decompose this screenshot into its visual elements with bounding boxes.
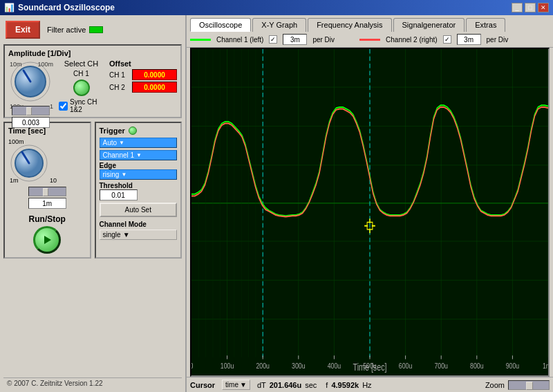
title-bar: 📊 Soundcard Oszilloscope _ □ ✕ — [0, 0, 553, 15]
threshold-input[interactable] — [100, 189, 138, 200]
right-panel: Oscilloscope X-Y Graph Frequency Analysi… — [187, 15, 553, 392]
ch2-line-indicator — [359, 39, 380, 41]
svg-text:400u: 400u — [328, 361, 341, 369]
tab-frequency-analysis[interactable]: Frequency Analysis — [308, 18, 391, 32]
maximize-button[interactable]: □ — [525, 3, 536, 12]
ch1-line-indicator — [190, 39, 211, 41]
zoom-area: Zoom — [485, 380, 550, 390]
tab-bar: Oscilloscope X-Y Graph Frequency Analysi… — [187, 15, 553, 32]
trigger-channel-dropdown[interactable]: Channel 1 ▼ — [100, 150, 178, 160]
offset-title: Offset — [109, 59, 177, 68]
oscilloscope-display[interactable]: Time [sec] 0 100u 200u 300u 400u 500u 60… — [190, 48, 550, 377]
svg-text:0: 0 — [191, 361, 194, 369]
ch2-per-div-input[interactable] — [457, 34, 481, 45]
channel-mode-arrow: ▼ — [123, 231, 130, 239]
tab-extras[interactable]: Extras — [466, 18, 505, 32]
amplitude-title: Amplitude [1/Div] — [8, 49, 177, 57]
cursor-info: dT 201.646u sec f 4.9592k Hz — [257, 381, 372, 389]
svg-marker-6 — [44, 236, 51, 244]
ch1-label: Channel 1 (left) — [216, 36, 263, 44]
time-knob-label-tl: 100m — [8, 138, 24, 145]
close-button[interactable]: ✕ — [538, 3, 549, 12]
ch2-offset-label: CH 2 — [109, 84, 129, 91]
cursor-type-dropdown[interactable]: time ▼ — [222, 380, 250, 390]
sync-ch-checkbox[interactable] — [59, 102, 68, 111]
ch1-label-small: CH 1 — [73, 70, 89, 77]
copyright: © 2007 C. Zeitnitz Version 1.22 — [3, 377, 182, 389]
channel-row: Channel 1 (left) ✓ per Div Channel 2 (ri… — [187, 32, 553, 48]
ch2-checkbox[interactable]: ✓ — [443, 35, 451, 44]
ch2-label: Channel 2 (right) — [386, 36, 437, 44]
time-knob-label-bl: 1m — [10, 177, 19, 184]
f-label: f — [326, 381, 328, 389]
trigger-header: Trigger — [100, 127, 178, 135]
trigger-panel: Trigger Auto ▼ Channel 1 ▼ Edge — [95, 122, 182, 259]
svg-text:300u: 300u — [292, 361, 306, 369]
edge-arrow: ▼ — [121, 171, 126, 178]
svg-text:200u: 200u — [256, 361, 270, 369]
trigger-mode-dropdown[interactable]: Auto ▼ — [100, 138, 178, 148]
zoom-thumb[interactable] — [526, 382, 533, 390]
knob-label-br: 1 — [50, 103, 53, 110]
auto-set-button[interactable]: Auto Set — [100, 203, 178, 217]
select-ch-area: Select CH CH 1 Sync CH 1&2 — [59, 59, 104, 113]
ch2-offset-row: CH 2 — [109, 82, 177, 93]
time-knob-area: 100m 1m 10 — [8, 137, 57, 185]
channel-mode-label: Channel Mode — [100, 221, 178, 228]
left-panel: Exit Filter active Amplitude [1/Div] 10m… — [0, 15, 187, 392]
ch1-per-div-input[interactable] — [283, 34, 307, 45]
time-slider[interactable] — [28, 187, 66, 196]
svg-text:500u: 500u — [363, 361, 377, 369]
dt-value: 201.646u — [270, 381, 301, 389]
lower-left: Time [sec] 100m 1m 10 — [3, 122, 182, 259]
trigger-mode-arrow: ▼ — [119, 140, 124, 146]
cursor-label: Cursor — [190, 381, 215, 389]
sync-checkbox[interactable]: Sync CH 1&2 — [59, 98, 104, 113]
knob-label-tl: 10m — [10, 61, 22, 68]
ch1-offset-input[interactable] — [132, 69, 177, 80]
edge-label: Edge — [100, 162, 178, 169]
tab-signalgenerator[interactable]: Signalgenerator — [393, 18, 465, 32]
svg-text:100u: 100u — [221, 361, 234, 369]
f-value: 4.9592k — [331, 381, 359, 389]
dt-unit: sec — [305, 381, 317, 389]
trigger-channel-arrow: ▼ — [136, 152, 142, 158]
amplitude-slider[interactable] — [12, 106, 50, 115]
ch2-offset-input[interactable] — [132, 82, 177, 93]
ch2-per-div-label: per Div — [487, 36, 509, 44]
ch1-led[interactable] — [73, 80, 90, 96]
window-title: Soundcard Oszilloscope — [18, 3, 115, 12]
trigger-title: Trigger — [100, 127, 125, 135]
filter-active-indicator: Filter active — [47, 26, 103, 34]
time-value-input[interactable] — [28, 198, 66, 209]
offset-section: Offset CH 1 CH 2 — [109, 59, 177, 93]
zoom-slider[interactable] — [508, 380, 550, 390]
run-stop-button[interactable] — [33, 226, 61, 254]
cursor-type-arrow: ▼ — [240, 381, 247, 389]
top-controls: Exit Filter active — [3, 19, 182, 41]
minimize-button[interactable]: _ — [512, 3, 523, 12]
bottom-bar: Cursor time ▼ dT 201.646u sec f 4.9592k … — [187, 377, 553, 392]
svg-text:900u: 900u — [506, 361, 520, 369]
amplitude-value-input[interactable] — [12, 117, 50, 128]
ch1-checkbox[interactable]: ✓ — [269, 35, 277, 44]
tab-xy-graph[interactable]: X-Y Graph — [252, 18, 306, 32]
exit-button[interactable]: Exit — [6, 21, 40, 39]
channel-mode-dropdown[interactable]: single ▼ — [100, 230, 178, 240]
oscilloscope-svg: Time [sec] 0 100u 200u 300u 400u 500u 60… — [191, 49, 548, 375]
channel-mode-area: Channel Mode single ▼ — [100, 221, 178, 240]
tab-oscilloscope[interactable]: Oscilloscope — [190, 18, 251, 32]
time-panel: Time [sec] 100m 1m 10 — [3, 122, 91, 259]
trigger-led — [129, 127, 137, 135]
svg-text:1m: 1m — [543, 361, 548, 369]
edge-dropdown[interactable]: rising ▼ — [100, 169, 178, 180]
filter-led — [89, 26, 103, 33]
amplitude-knob-area: 10m 100m 100u 1 — [8, 59, 53, 111]
svg-text:600u: 600u — [399, 361, 413, 369]
select-ch-label: Select CH — [64, 59, 99, 68]
ch1-per-div-label: per Div — [312, 36, 335, 44]
threshold-label: Threshold — [100, 182, 178, 189]
zoom-label: Zoom — [485, 381, 505, 389]
svg-text:800u: 800u — [470, 361, 484, 369]
svg-text:700u: 700u — [434, 361, 448, 369]
